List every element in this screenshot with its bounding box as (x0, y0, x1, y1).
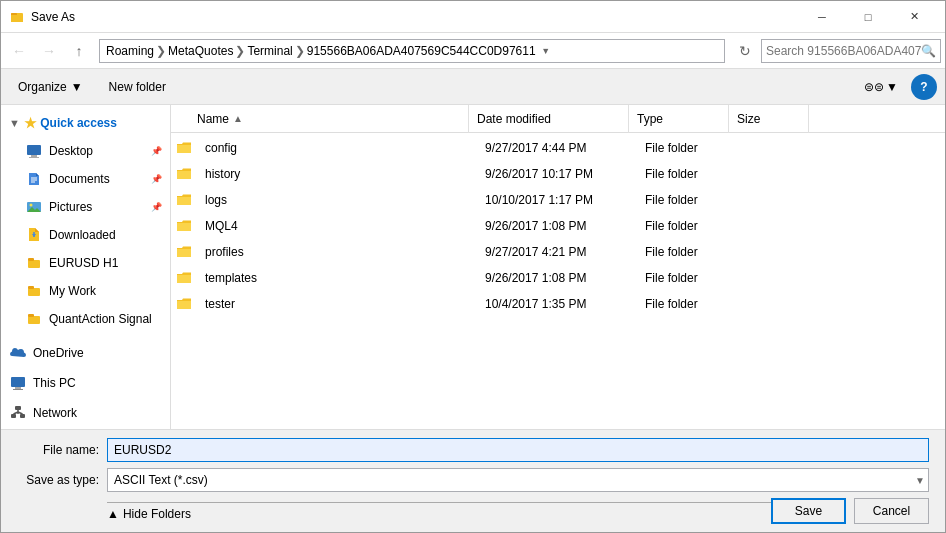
svg-rect-17 (28, 316, 40, 324)
new-folder-label: New folder (109, 80, 166, 94)
desktop-icon (25, 142, 43, 160)
cell-type-profiles: File folder (637, 245, 737, 259)
help-button[interactable]: ? (911, 74, 937, 100)
save-button[interactable]: Save (771, 498, 846, 524)
sidebar-item-desktop[interactable]: Desktop 📌 (1, 137, 170, 165)
sidebar-desktop-label: Desktop (49, 144, 93, 158)
new-folder-button[interactable]: New folder (100, 74, 175, 100)
sidebar-item-onedrive[interactable]: OneDrive (1, 339, 170, 367)
col-header-name[interactable]: Name ▲ (189, 105, 469, 133)
col-header-size[interactable]: Size (729, 105, 809, 133)
sort-arrow-icon: ▲ (233, 113, 243, 124)
refresh-button[interactable]: ↻ (731, 37, 759, 65)
documents-icon (25, 170, 43, 188)
savetype-select[interactable]: ASCII Text (*.csv) (107, 468, 929, 492)
filename-label: File name: (17, 443, 107, 457)
cancel-button[interactable]: Cancel (854, 498, 929, 524)
quantaction-icon (25, 310, 43, 328)
minimize-button[interactable]: ─ (799, 1, 845, 33)
breadcrumb-item-id[interactable]: 915566BA06ADA407569C544CC0D97611 (307, 44, 536, 58)
file-row-history[interactable]: history 9/26/2017 10:17 PM File folder (171, 161, 945, 187)
organize-arrow-icon: ▼ (71, 80, 83, 94)
sidebar-quantaction-label: QuantAction Signal (49, 312, 152, 326)
sidebar-quick-access-header[interactable]: ▼ ★ Quick access (1, 109, 170, 137)
close-button[interactable]: ✕ (891, 1, 937, 33)
sidebar-item-downloaded[interactable]: Downloaded (1, 221, 170, 249)
sidebar-item-quantaction[interactable]: QuantAction Signal (1, 305, 170, 333)
svg-rect-21 (13, 389, 23, 390)
col-header-date[interactable]: Date modified (469, 105, 629, 133)
svg-rect-20 (15, 387, 21, 389)
view-arrow-icon: ▼ (886, 80, 898, 94)
sidebar-item-mywork[interactable]: My Work (1, 277, 170, 305)
sidebar-item-documents[interactable]: Documents 📌 (1, 165, 170, 193)
folder-icon-logs (175, 191, 193, 209)
breadcrumb-dropdown[interactable]: ▼ (538, 39, 554, 63)
breadcrumb-item-roaming[interactable]: Roaming (106, 44, 154, 58)
cell-date-mql4: 9/26/2017 1:08 PM (477, 219, 637, 233)
file-row-config[interactable]: config 9/27/2017 4:44 PM File folder (171, 135, 945, 161)
breadcrumb-sep-3: ❯ (295, 44, 305, 58)
sidebar-item-eurusd[interactable]: EURUSD H1 (1, 249, 170, 277)
hide-folders-button[interactable]: ▲ Hide Folders (107, 507, 191, 521)
file-list: config 9/27/2017 4:44 PM File folder his… (171, 133, 945, 429)
svg-rect-3 (27, 145, 41, 155)
breadcrumb-item-metaquotes[interactable]: MetaQuotes (168, 44, 233, 58)
maximize-button[interactable]: □ (845, 1, 891, 33)
sidebar-item-thispc[interactable]: This PC (1, 369, 170, 397)
svg-rect-22 (15, 406, 21, 410)
filename-input[interactable] (107, 438, 929, 462)
file-row-logs[interactable]: logs 10/10/2017 1:17 PM File folder (171, 187, 945, 213)
quick-access-star-icon: ★ (24, 115, 37, 131)
expand-icon: ▼ (9, 117, 20, 129)
folder-icon-config (175, 139, 193, 157)
sidebar-documents-label: Documents (49, 172, 110, 186)
sidebar-mywork-label: My Work (49, 284, 96, 298)
svg-rect-23 (11, 414, 16, 418)
thispc-icon (9, 374, 27, 392)
filename-row: File name: (17, 438, 929, 462)
window-title: Save As (31, 10, 799, 24)
svg-rect-4 (31, 155, 37, 157)
cell-type-mql4: File folder (637, 219, 737, 233)
col-header-type[interactable]: Type (629, 105, 729, 133)
window-icon (9, 9, 25, 25)
view-icon: ⊜⊜ (864, 80, 884, 94)
sidebar-item-pictures[interactable]: Pictures 📌 (1, 193, 170, 221)
breadcrumb-item-terminal[interactable]: Terminal (247, 44, 292, 58)
file-row-tester[interactable]: tester 10/4/2017 1:35 PM File folder (171, 291, 945, 317)
cell-name-history: history (197, 167, 477, 181)
folder-icon-templates (175, 269, 193, 287)
eurusd-icon (25, 254, 43, 272)
svg-rect-15 (28, 288, 40, 296)
search-icon-button[interactable]: 🔍 (921, 44, 936, 58)
forward-button[interactable]: → (35, 37, 63, 65)
up-button[interactable]: ↑ (65, 37, 93, 65)
cell-type-logs: File folder (637, 193, 737, 207)
pin-icon-pictures: 📌 (151, 202, 162, 212)
svg-point-10 (30, 204, 33, 207)
folder-icon-history (175, 165, 193, 183)
svg-rect-5 (29, 157, 39, 158)
organize-button[interactable]: Organize ▼ (9, 74, 92, 100)
folder-icon-mql4 (175, 217, 193, 235)
file-row-profiles[interactable]: profiles 9/27/2017 4:21 PM File folder (171, 239, 945, 265)
hide-folders-arrow-icon: ▲ (107, 507, 119, 521)
cell-date-logs: 10/10/2017 1:17 PM (477, 193, 637, 207)
sidebar-item-network[interactable]: Network (1, 399, 170, 427)
search-input[interactable] (766, 44, 921, 58)
cell-type-config: File folder (637, 141, 737, 155)
breadcrumb-sep-2: ❯ (235, 44, 245, 58)
sidebar-eurusd-label: EURUSD H1 (49, 256, 118, 270)
file-row-mql4[interactable]: MQL4 9/26/2017 1:08 PM File folder (171, 213, 945, 239)
back-button[interactable]: ← (5, 37, 33, 65)
bottom-bar: File name: Save as type: ASCII Text (*.c… (1, 429, 945, 532)
file-area: Name ▲ Date modified Type Size (171, 105, 945, 429)
breadcrumb: Roaming ❯ MetaQuotes ❯ Terminal ❯ 915566… (99, 39, 725, 63)
toolbar: Organize ▼ New folder ⊜⊜ ▼ ? (1, 69, 945, 105)
pictures-icon (25, 198, 43, 216)
savetype-label: Save as type: (17, 473, 107, 487)
network-icon (9, 404, 27, 422)
file-row-templates[interactable]: templates 9/26/2017 1:08 PM File folder (171, 265, 945, 291)
view-button[interactable]: ⊜⊜ ▼ (859, 74, 903, 100)
